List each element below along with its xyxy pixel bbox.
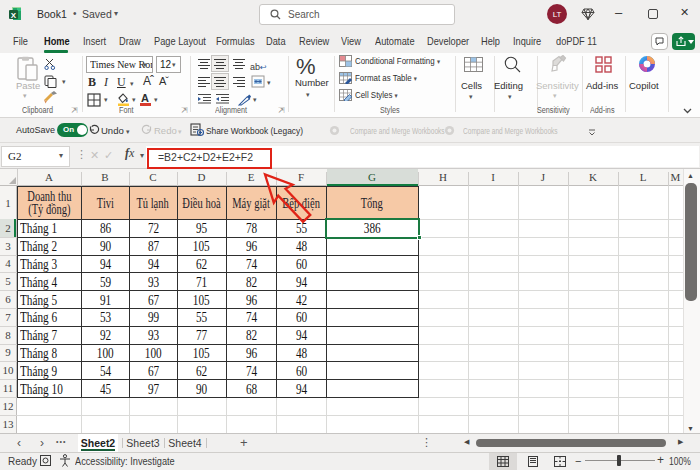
svg-text:X: X xyxy=(11,11,17,20)
